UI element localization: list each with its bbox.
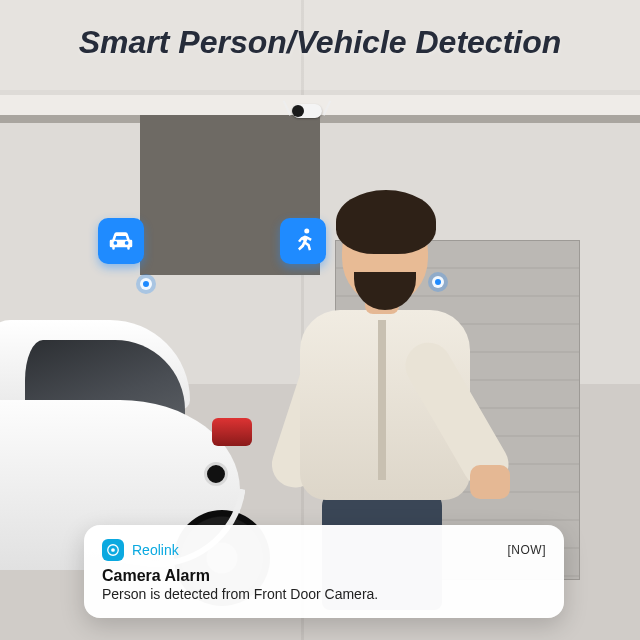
notification-app-name: Reolink: [132, 542, 179, 558]
push-notification[interactable]: Reolink [NOW] Camera Alarm Person is det…: [84, 525, 564, 618]
reolink-app-icon: [102, 539, 124, 561]
security-camera-icon: [280, 98, 340, 126]
notification-time: [NOW]: [508, 543, 547, 557]
svg-point-2: [111, 548, 115, 552]
notification-body: Person is detected from Front Door Camer…: [102, 586, 546, 602]
notification-title: Camera Alarm: [102, 567, 546, 585]
headline: Smart Person/Vehicle Detection: [0, 24, 640, 61]
person-detection-dot: [432, 276, 444, 288]
svg-point-0: [304, 229, 309, 234]
car-icon: [106, 226, 136, 256]
person-detection-badge: [280, 218, 326, 264]
vehicle-detection-badge: [98, 218, 144, 264]
running-person-icon: [288, 226, 318, 256]
vehicle-detection-dot: [140, 278, 152, 290]
